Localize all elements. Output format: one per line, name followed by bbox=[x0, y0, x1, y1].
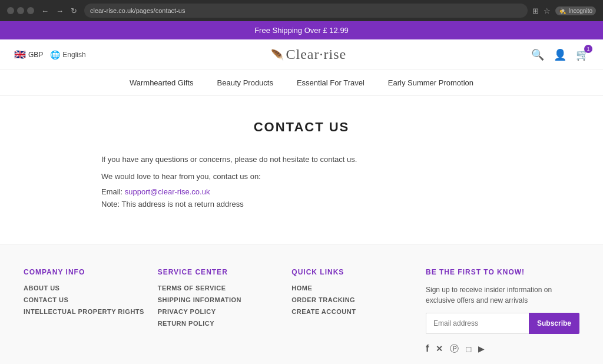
newsletter-input[interactable] bbox=[426, 313, 529, 334]
logo-text: Clear·rise bbox=[286, 47, 347, 62]
incognito-badge: 🕵 Incognito bbox=[555, 6, 596, 15]
site-header: 🇬🇧 GBP 🌐 English 🪶Clear·rise 🔍 👤 🛒 1 bbox=[0, 39, 603, 70]
extensions-icon[interactable]: ⊞ bbox=[532, 6, 539, 15]
newsletter-form: Subscribe bbox=[426, 313, 579, 334]
footer-return[interactable]: RETURN POLICY bbox=[158, 320, 280, 327]
contact-note: Note: This address is not a return addre… bbox=[101, 200, 502, 209]
newsletter-desc: Sign up to receive insider information o… bbox=[426, 284, 579, 306]
twitter-x-icon[interactable]: ✕ bbox=[436, 344, 443, 353]
header-left: 🇬🇧 GBP 🌐 English bbox=[14, 49, 86, 60]
browser-chrome: ← → ↻ clear-rise.co.uk/pages/contact-us … bbox=[0, 0, 603, 21]
youtube-icon[interactable]: ▶ bbox=[478, 344, 485, 353]
contact-email-line: Email: support@clear-rise.co.uk bbox=[101, 187, 502, 196]
footer-service-center: SERVICE CENTER TERMS OF SERVICE SHIPPING… bbox=[158, 268, 280, 355]
contact-intro2: We would love to hear from you, contact … bbox=[101, 170, 502, 183]
currency-selector[interactable]: 🇬🇧 GBP bbox=[14, 49, 43, 60]
footer-privacy[interactable]: PRIVACY POLICY bbox=[158, 308, 280, 315]
max-btn[interactable] bbox=[27, 7, 34, 14]
search-icon[interactable]: 🔍 bbox=[531, 48, 544, 61]
incognito-icon: 🕵 bbox=[559, 8, 566, 14]
address-bar[interactable]: clear-rise.co.uk/pages/contact-us bbox=[84, 4, 528, 18]
browser-actions: ⊞ ☆ 🕵 Incognito bbox=[532, 6, 596, 15]
footer-terms[interactable]: TERMS OF SERVICE bbox=[158, 284, 280, 292]
instagram-icon[interactable]: □ bbox=[466, 344, 471, 354]
footer-newsletter: BE THE FIRST TO KNOW! Sign up to receive… bbox=[426, 268, 579, 355]
nav-beauty-products[interactable]: Beauty Products bbox=[217, 78, 273, 87]
service-center-title: SERVICE CENTER bbox=[158, 268, 280, 276]
pinterest-icon[interactable]: Ⓟ bbox=[450, 343, 459, 355]
cart-icon[interactable]: 🛒 1 bbox=[576, 48, 589, 61]
contact-intro1: If you have any questions or concerns, p… bbox=[101, 153, 502, 166]
nav-early-summer[interactable]: Early Summer Promotion bbox=[388, 78, 473, 87]
footer-shipping[interactable]: SHIPPING INFORMATION bbox=[158, 296, 280, 303]
facebook-icon[interactable]: f bbox=[426, 343, 429, 354]
close-btn[interactable] bbox=[7, 7, 14, 14]
company-info-title: COMPANY INFO bbox=[24, 268, 146, 276]
quick-links-title: QUICK LINKS bbox=[291, 268, 414, 276]
cart-badge: 1 bbox=[584, 45, 592, 53]
back-button[interactable]: ← bbox=[39, 5, 51, 16]
banner-text: Free Shipping Over £ 12.99 bbox=[254, 26, 349, 35]
footer-home[interactable]: HOME bbox=[291, 284, 414, 292]
incognito-label: Incognito bbox=[568, 8, 592, 14]
social-icons: f ✕ Ⓟ □ ▶ bbox=[426, 343, 579, 355]
language-selector[interactable]: 🌐 English bbox=[50, 50, 85, 59]
footer-quick-links: QUICK LINKS HOME ORDER TRACKING CREATE A… bbox=[291, 268, 414, 355]
bookmark-icon[interactable]: ☆ bbox=[544, 6, 551, 15]
newsletter-title: BE THE FIRST TO KNOW! bbox=[426, 268, 579, 276]
url-text: clear-rise.co.uk/pages/contact-us bbox=[90, 7, 185, 14]
reload-button[interactable]: ↻ bbox=[68, 5, 79, 16]
footer-company-info: COMPANY INFO ABOUT US CONTACT US INTELLE… bbox=[24, 268, 146, 355]
main-navigation: Warmhearted Gifts Beauty Products Essent… bbox=[0, 70, 603, 96]
footer-create-account[interactable]: CREATE ACCOUNT bbox=[291, 308, 414, 315]
min-btn[interactable] bbox=[17, 7, 24, 14]
language-label: English bbox=[62, 51, 85, 59]
site-footer: COMPANY INFO ABOUT US CONTACT US INTELLE… bbox=[0, 244, 603, 364]
nav-essential-travel[interactable]: Essential For Travel bbox=[297, 78, 365, 87]
email-link[interactable]: support@clear-rise.co.uk bbox=[125, 187, 210, 196]
footer-order-tracking[interactable]: ORDER TRACKING bbox=[291, 296, 414, 303]
page-title: CONTACT US bbox=[101, 120, 502, 135]
currency-label: GBP bbox=[28, 51, 43, 59]
site-logo[interactable]: 🪶Clear·rise bbox=[271, 47, 347, 62]
account-icon[interactable]: 👤 bbox=[554, 48, 566, 61]
browser-nav: ← → ↻ bbox=[39, 5, 79, 16]
footer-intellectual-property[interactable]: INTELLECTUAL PROPERTY RIGHTS bbox=[24, 308, 146, 315]
window-controls bbox=[7, 7, 34, 14]
forward-button[interactable]: → bbox=[54, 5, 66, 16]
subscribe-button[interactable]: Subscribe bbox=[529, 313, 579, 334]
top-banner: Free Shipping Over £ 12.99 bbox=[0, 21, 603, 39]
logo-icon: 🪶 bbox=[271, 49, 284, 61]
nav-warmhearted-gifts[interactable]: Warmhearted Gifts bbox=[130, 78, 194, 87]
footer-grid: COMPANY INFO ABOUT US CONTACT US INTELLE… bbox=[24, 268, 579, 355]
header-right: 🔍 👤 🛒 1 bbox=[531, 48, 589, 61]
main-content: CONTACT US If you have any questions or … bbox=[90, 96, 513, 244]
flag-icon: 🇬🇧 bbox=[14, 49, 26, 60]
footer-contact-us[interactable]: CONTACT US bbox=[24, 296, 146, 303]
globe-icon: 🌐 bbox=[50, 50, 60, 59]
footer-about-us[interactable]: ABOUT US bbox=[24, 284, 146, 292]
email-label: Email: bbox=[101, 187, 122, 196]
